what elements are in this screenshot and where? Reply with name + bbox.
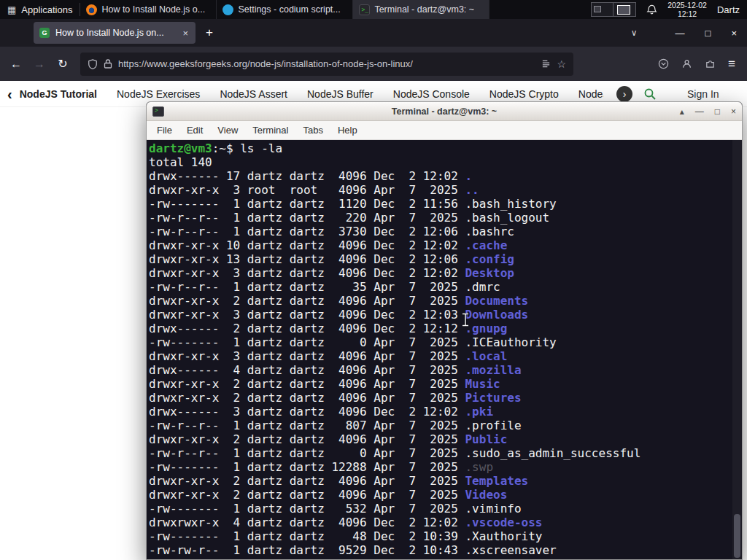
- terminal-line: drwx------ 2 dartz dartz 4096 Dec 2 12:1…: [149, 322, 742, 335]
- user-menu[interactable]: Dartz: [717, 4, 741, 15]
- taskbar-button-terminal[interactable]: Terminal - dartz@vm3: ~: [353, 0, 489, 19]
- terminal-icon: [359, 4, 370, 15]
- workspace-1[interactable]: [591, 2, 614, 17]
- nav-scroll-right-icon[interactable]: ›: [616, 86, 632, 102]
- taskbar-button-label: How to Install Node.js o...: [101, 4, 205, 15]
- back-button[interactable]: ←: [4, 58, 28, 71]
- clock[interactable]: 2025-12-02 12:12: [667, 1, 707, 18]
- terminal-line: drwxr-xr-x 2 dartz dartz 4096 Apr 7 2025…: [149, 377, 742, 391]
- terminal-title: Terminal - dartz@vm3: ~: [147, 106, 742, 117]
- taskbar-button-label: Terminal - dartz@vm3: ~: [374, 4, 474, 15]
- taskbar-button-label: Settings - codium script...: [238, 4, 340, 15]
- terminal-line: drwxr-xr-x 10 dartz dartz 4096 Dec 2 12:…: [149, 238, 742, 252]
- browser-tab[interactable]: G How to Install Node.js on... ×: [34, 22, 196, 44]
- terminal-line: drwx------ 4 dartz dartz 4096 Apr 7 2025…: [149, 363, 742, 377]
- terminal-menu-terminal[interactable]: Terminal: [247, 123, 294, 137]
- taskbar-button-firefox[interactable]: How to Install Node.js o...: [80, 0, 217, 19]
- terminal-maximize-button[interactable]: □: [715, 102, 720, 121]
- lock-icon[interactable]: [104, 59, 112, 69]
- tab-title: How to Install Node.js on...: [55, 28, 175, 38]
- terminal-menu-file[interactable]: File: [151, 123, 178, 137]
- nav-link-nodejs-exercises[interactable]: NodeJS Exercises: [117, 88, 200, 100]
- terminal-body[interactable]: dartz@vm3:~$ ls -latotal 140drwx------ 1…: [147, 140, 742, 559]
- terminal-scrollbar[interactable]: [732, 140, 742, 559]
- terminal-menu-view[interactable]: View: [212, 123, 244, 137]
- terminal-line: -rw-r--r-- 1 dartz dartz 220 Apr 7 2025 …: [149, 211, 742, 225]
- terminal-line: drwxr-xr-x 2 dartz dartz 4096 Apr 7 2025…: [149, 474, 742, 488]
- browser-close-button[interactable]: ×: [731, 28, 737, 39]
- terminal-line: -rw-rw-r-- 1 dartz dartz 9529 Dec 2 10:4…: [149, 543, 742, 557]
- terminal-line: -rw-r--r-- 1 dartz dartz 3730 Dec 2 12:0…: [149, 225, 742, 238]
- terminal-line: -rw-r--r-- 1 dartz dartz 807 Apr 7 2025 …: [149, 419, 742, 432]
- terminal-line: drwx------ 17 dartz dartz 4096 Dec 2 12:…: [149, 169, 742, 183]
- gfg-favicon: G: [39, 28, 50, 38]
- terminal-line: -rw-r--r-- 1 dartz dartz 35 Apr 7 2025 .…: [149, 280, 742, 294]
- extensions-puzzle-icon[interactable]: [705, 58, 716, 69]
- terminal-window: Terminal - dartz@vm3: ~ ▴ — □ × FileEdit…: [146, 101, 743, 560]
- scrollbar-thumb[interactable]: [734, 514, 740, 558]
- workspace-pager[interactable]: [591, 2, 636, 17]
- applications-menu-button[interactable]: ▦ Applications: [0, 0, 80, 19]
- taskbar-button-codium[interactable]: Settings - codium script...: [217, 0, 353, 19]
- terminal-menu-help[interactable]: Help: [332, 123, 363, 137]
- browser-tab-bar: G How to Install Node.js on... × + ∨ — □…: [0, 19, 747, 47]
- terminal-line: -rw------- 1 dartz dartz 0 Apr 7 2025 .I…: [149, 335, 742, 349]
- mouse-text-cursor: [461, 313, 470, 327]
- terminal-minimize-button[interactable]: —: [695, 102, 704, 121]
- pocket-icon[interactable]: [658, 58, 669, 69]
- sign-in-button[interactable]: Sign In: [687, 88, 719, 100]
- search-icon[interactable]: [643, 88, 657, 101]
- terminal-line: drwxr-xr-x 3 dartz dartz 4096 Dec 2 12:0…: [149, 266, 742, 280]
- url-text[interactable]: https://www.geeksforgeeks.org/node-js/in…: [118, 58, 535, 69]
- terminal-line: dartz@vm3:~$ ls -la: [149, 141, 742, 155]
- bookmark-star-icon[interactable]: ☆: [557, 58, 566, 70]
- navigation-toolbar: ← → ↻ https://www.geeksforgeeks.org/node…: [0, 47, 747, 81]
- reload-button[interactable]: ↻: [51, 57, 74, 71]
- terminal-line: total 140: [149, 155, 742, 169]
- nav-link-nodejs-crypto[interactable]: NodeJS Crypto: [489, 88, 559, 100]
- terminal-line: drwxr-xr-x 3 dartz dartz 4096 Apr 7 2025…: [149, 349, 742, 363]
- terminal-menu-edit[interactable]: Edit: [181, 123, 209, 137]
- account-icon[interactable]: [681, 58, 692, 69]
- terminal-shade-button[interactable]: ▴: [680, 102, 684, 121]
- new-tab-button[interactable]: +: [206, 26, 213, 40]
- clock-date: 2025-12-02: [667, 1, 707, 9]
- terminal-output: dartz@vm3:~$ ls -latotal 140drwx------ 1…: [147, 140, 742, 557]
- menu-hamburger-icon[interactable]: ≡: [728, 57, 735, 71]
- terminal-line: -rw------- 1 dartz dartz 12288 Apr 7 202…: [149, 460, 742, 474]
- terminal-titlebar[interactable]: Terminal - dartz@vm3: ~ ▴ — □ ×: [147, 102, 742, 121]
- nav-link-nodejs-console[interactable]: NodeJS Console: [393, 88, 470, 100]
- task-list: How to Install Node.js o...Settings - co…: [80, 0, 489, 19]
- nav-link-nodejs-assert[interactable]: NodeJS Assert: [220, 88, 287, 100]
- terminal-line: -rw-r--r-- 1 dartz dartz 0 Apr 7 2025 .s…: [149, 446, 742, 460]
- top-panel: ▦ Applications How to Install Node.js o.…: [0, 0, 747, 19]
- nav-scroll-left-icon[interactable]: ‹: [7, 87, 12, 101]
- browser-minimize-button[interactable]: —: [676, 28, 685, 39]
- nav-link-nodejs-tutorial[interactable]: NodeJS Tutorial: [20, 88, 97, 100]
- applications-label: Applications: [21, 4, 72, 15]
- nav-link-nodejs-buffer[interactable]: NodeJS Buffer: [307, 88, 374, 100]
- url-bar[interactable]: https://www.geeksforgeeks.org/node-js/in…: [80, 52, 573, 76]
- terminal-line: drwxr-xr-x 2 dartz dartz 4096 Apr 7 2025…: [149, 432, 742, 446]
- terminal-line: drwxr-xr-x 2 dartz dartz 4096 Apr 7 2025…: [149, 488, 742, 502]
- browser-maximize-button[interactable]: □: [705, 28, 711, 39]
- desktop-screen: ▦ Applications How to Install Node.js o.…: [0, 0, 747, 560]
- terminal-line: -rw------- 1 dartz dartz 532 Apr 7 2025 …: [149, 502, 742, 516]
- tracking-shield-icon[interactable]: [88, 59, 98, 69]
- terminal-line: drwxr-xr-x 2 dartz dartz 4096 Apr 7 2025…: [149, 294, 742, 308]
- pager-active-window: [617, 5, 630, 15]
- terminal-line: drwxr-xr-x 3 root root 4096 Apr 7 2025 .…: [149, 183, 742, 197]
- tab-close-icon[interactable]: ×: [181, 28, 190, 39]
- notifications-bell-icon[interactable]: [646, 4, 657, 15]
- window-controls: ∨ — □ ×: [621, 19, 747, 47]
- tab-list-chevron-icon[interactable]: ∨: [631, 28, 638, 38]
- terminal-close-button[interactable]: ×: [731, 102, 736, 121]
- terminal-menu-tabs[interactable]: Tabs: [297, 123, 328, 137]
- nav-link-nodejs-dns[interactable]: NodeJS DNS: [578, 88, 603, 100]
- forward-button[interactable]: →: [28, 58, 51, 71]
- pager-window: [594, 6, 601, 12]
- workspace-2[interactable]: [614, 2, 636, 17]
- reader-mode-icon[interactable]: [541, 59, 551, 69]
- terminal-line: drwxr-xr-x 2 dartz dartz 4096 Apr 7 2025…: [149, 391, 742, 405]
- terminal-line: -rw------- 1 dartz dartz 1120 Dec 2 11:5…: [149, 197, 742, 211]
